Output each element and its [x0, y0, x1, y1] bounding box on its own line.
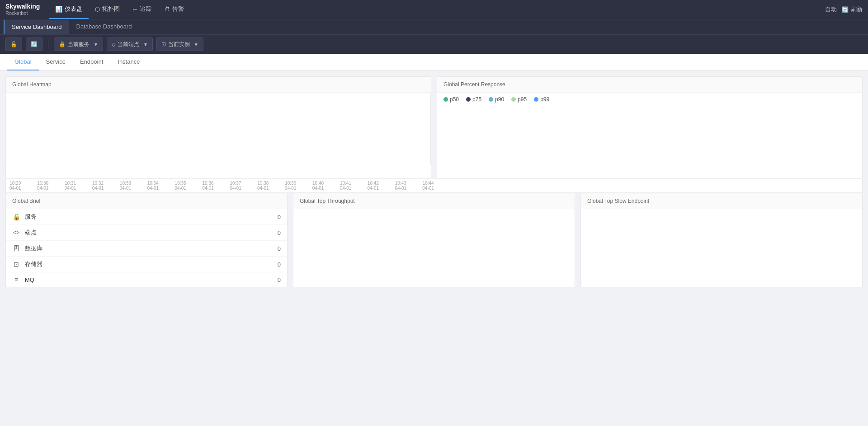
logo-main: Skywalking: [5, 3, 40, 10]
instance-icon: ⊡: [161, 41, 166, 47]
time-axis-right-spacer: [438, 179, 862, 192]
chevron-down-icon: ▼: [94, 42, 98, 47]
percent-header: Global Percent Response: [437, 77, 862, 93]
brief-row-storage: ⊡ 存储器 0: [6, 257, 287, 272]
time-label-9: 10:3804-01: [257, 181, 269, 191]
database-brief-icon: 🗄: [12, 245, 20, 252]
tab-service[interactable]: Service: [39, 54, 73, 70]
refresh-icon: 🔄: [841, 6, 849, 13]
tab-global[interactable]: Global: [7, 54, 39, 70]
time-label-11: 10:4004-01: [312, 181, 324, 191]
nav-dashboard[interactable]: 📊 仪表盘: [49, 0, 89, 19]
time-label-0: 10:2904-01: [9, 181, 21, 191]
time-label-7: 10:3604-01: [202, 181, 214, 191]
toolbar: 🔓 🔄 🔒 当前服务 ▼ ◇ 当前端点 ▼ ⊡ 当前实例 ▼: [0, 34, 868, 54]
slow-endpoint-header: Global Top Slow Endpoint: [581, 193, 862, 209]
nav-topology[interactable]: ⬡ 拓扑图: [89, 0, 126, 19]
global-heatmap-panel: Global Heatmap: [5, 76, 431, 179]
brief-row-service: 🔒 服务 0: [6, 209, 287, 225]
current-instance-selector[interactable]: ⊡ 当前实例 ▼: [156, 37, 203, 51]
auto-label: 自动: [825, 5, 837, 14]
chevron-down-icon-2: ▼: [143, 42, 148, 47]
legend-p95: p95: [511, 96, 527, 103]
nav-right: 自动 🔄 刷新: [825, 5, 863, 14]
time-label-8: 10:3704-01: [230, 181, 241, 191]
brief-row-endpoint: <> 端点 0: [6, 225, 287, 241]
time-label-4: 10:3304-01: [120, 181, 132, 191]
trace-icon: ⊢: [132, 6, 137, 13]
time-axis: 10:2904-01 10:3004-01 10:3104-01 10:3204…: [6, 179, 438, 192]
brief-header: Global Brief: [6, 193, 287, 209]
time-label-2: 10:3104-01: [65, 181, 76, 191]
nav-trace[interactable]: ⊢ 追踪: [126, 0, 158, 19]
time-label-5: 10:3404-01: [147, 181, 159, 191]
toolbar-separator-1: [48, 39, 48, 49]
mq-brief-icon: ≡: [12, 276, 20, 283]
content-area: Global Service Endpoint Instance Global …: [0, 54, 868, 421]
current-service-selector[interactable]: 🔒 当前服务 ▼: [54, 37, 103, 51]
time-axis-container: 10:2904-01 10:3004-01 10:3104-01 10:3204…: [5, 179, 863, 193]
alarm-icon: ⏱: [164, 6, 170, 13]
endpoint-icon: ◇: [112, 42, 115, 47]
refresh-button[interactable]: 🔄 刷新: [841, 5, 863, 14]
time-label-12: 10:4104-01: [340, 181, 352, 191]
global-top-throughput-panel: Global Top Throughput: [293, 193, 575, 287]
current-endpoint-selector[interactable]: ◇ 当前端点 ▼: [107, 37, 153, 51]
nav-left: Skywalking Rocketbot 📊 仪表盘 ⬡ 拓扑图 ⊢ 追踪 ⏱ …: [5, 0, 190, 19]
logo-sub: Rocketbot: [5, 10, 40, 16]
tab-database-dashboard[interactable]: Database Dashboard: [69, 19, 139, 34]
brief-rows: 🔒 服务 0 <> 端点 0 🗄 数据库 0 ⊡ 存储器 0: [6, 209, 287, 287]
tab-service-dashboard[interactable]: Service Dashboard: [4, 20, 69, 34]
global-top-slow-endpoint-panel: Global Top Slow Endpoint: [580, 193, 863, 287]
tab-endpoint[interactable]: Endpoint: [73, 54, 110, 70]
legend-p50: p50: [443, 96, 459, 103]
logo-area: Skywalking Rocketbot: [5, 3, 40, 15]
percent-area: [437, 106, 862, 178]
storage-brief-icon: ⊡: [12, 261, 20, 268]
service-brief-icon: 🔒: [12, 213, 20, 220]
time-label-10: 10:3904-01: [285, 181, 297, 191]
time-label-6: 10:3504-01: [175, 181, 186, 191]
p50-dot: [443, 97, 448, 102]
legend-p75: p75: [466, 96, 481, 103]
dashboard-tabs: Service Dashboard Database Dashboard: [0, 19, 868, 34]
throughput-body: [293, 209, 575, 268]
top-navigation: Skywalking Rocketbot 📊 仪表盘 ⬡ 拓扑图 ⊢ 追踪 ⏱ …: [0, 0, 868, 19]
brief-row-database: 🗄 数据库 0: [6, 241, 287, 257]
p99-dot: [534, 97, 538, 102]
percent-legend: p50 p75 p90 p95 p99: [437, 93, 862, 106]
time-label-1: 10:3004-01: [37, 181, 49, 191]
global-brief-panel: Global Brief 🔒 服务 0 <> 端点 0 🗄 数据库 0: [5, 193, 288, 287]
bottom-panels: Global Brief 🔒 服务 0 <> 端点 0 🗄 数据库 0: [5, 193, 863, 287]
p75-dot: [466, 97, 471, 102]
p90-dot: [489, 97, 493, 102]
service-icon: 🔒: [59, 41, 66, 47]
p95-dot: [511, 97, 516, 102]
heatmap-header: Global Heatmap: [6, 77, 431, 93]
tab-instance[interactable]: Instance: [110, 54, 147, 70]
brief-row-mq: ≡ MQ 0: [6, 272, 287, 287]
legend-p90: p90: [489, 96, 504, 103]
dashboard-icon: 📊: [55, 6, 62, 13]
endpoint-brief-icon: <>: [12, 229, 20, 236]
slow-endpoint-body: [581, 209, 862, 268]
chevron-down-icon-3: ▼: [194, 42, 198, 47]
global-percent-panel: Global Percent Response p50 p75 p90 p95: [437, 76, 863, 179]
nav-alarm[interactable]: ⏱ 告警: [158, 0, 190, 19]
throughput-header: Global Top Throughput: [293, 193, 575, 209]
inner-tabs: Global Service Endpoint Instance: [0, 54, 868, 71]
reload-button[interactable]: 🔄: [26, 37, 42, 51]
time-label-14: 10:4304-01: [395, 181, 406, 191]
top-panels-row: Global Heatmap Global Percent Response p…: [5, 76, 863, 179]
lock-icon: 🔓: [10, 41, 17, 47]
time-label-13: 10:4204-01: [368, 181, 379, 191]
topology-icon: ⬡: [95, 6, 100, 13]
time-label-15: 10:4404-01: [422, 181, 434, 191]
reload-icon: 🔄: [31, 41, 38, 47]
heatmap-area: [6, 93, 431, 165]
lock-button[interactable]: 🔓: [5, 37, 22, 51]
legend-p99: p99: [534, 96, 549, 103]
time-label-3: 10:3204-01: [92, 181, 104, 191]
